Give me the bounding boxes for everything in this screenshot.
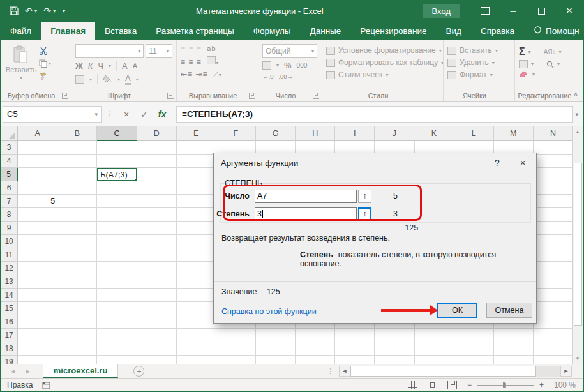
collapse-dialog-icon[interactable]: ↑ [358,190,371,203]
cell-N8[interactable] [534,208,573,222]
insert-cells-button[interactable]: Вставить▾ [447,46,498,55]
cell-A6[interactable] [18,181,57,195]
cell-N6[interactable] [534,181,573,195]
column-header-N[interactable]: N [534,126,573,141]
prev-sheet-icon[interactable]: ◄ [10,368,16,375]
arg-number-input[interactable]: A7 [255,190,357,203]
row-header-18[interactable]: 18 [1,342,18,356]
tab-home[interactable]: Главная [41,22,95,40]
column-header-I[interactable]: I [335,126,375,141]
cell-I18[interactable] [335,342,375,356]
vertical-align-icons[interactable]: ≡ ≡ ≡ ab [181,44,222,54]
sheet-tab-active[interactable]: microexcel.ru [43,364,119,378]
scroll-right-icon[interactable]: ► [560,366,572,377]
cell-B10[interactable] [57,235,97,248]
accounting-format-icon[interactable] [262,61,271,70]
cell-B7[interactable] [57,195,97,208]
function-help-link[interactable]: Справка по этой функции [221,307,317,316]
expand-formula-bar-icon[interactable]: ▾ [575,111,583,117]
cell-M17[interactable] [494,329,534,342]
cell-C7[interactable] [97,195,137,208]
cell-K17[interactable] [415,329,454,342]
tab-help[interactable]: Справка [471,22,524,40]
horizontal-align-icons[interactable]: ≡ ≡ ≡ ▾ [181,56,222,67]
cell-A12[interactable] [18,262,57,275]
paste-dropdown-icon[interactable]: ▾ [20,75,22,80]
decrease-decimal-icon[interactable]: ,00→ [278,73,293,80]
row-header-15[interactable]: 15 [1,302,18,315]
cell-A7[interactable]: 5 [18,195,57,208]
cell-A16[interactable] [18,315,57,329]
cell-B15[interactable] [57,302,97,315]
cell-D14[interactable] [137,289,177,302]
cell-D7[interactable] [137,195,177,208]
row-header-5[interactable]: 5 [1,168,18,181]
vertical-scroll-thumb[interactable] [574,163,582,326]
cell-G17[interactable] [256,329,296,342]
cell-B12[interactable] [57,262,97,275]
format-painter-button[interactable] [39,72,51,80]
row-header-12[interactable]: 12 [1,262,18,275]
cell-A8[interactable] [18,208,57,222]
cell-C4[interactable] [97,155,137,168]
row-header-14[interactable]: 14 [1,289,18,302]
cell-D12[interactable] [137,262,177,275]
shrink-font-button[interactable]: А [133,62,137,70]
minimize-icon[interactable]: ─ [499,1,527,21]
cell-D3[interactable] [137,141,177,155]
cell-D17[interactable] [137,329,177,342]
increase-decimal-icon[interactable]: ←,0 [262,73,273,80]
indent-icons[interactable]: ⇤≡ ⇥≡ ⟋▾ [181,70,222,79]
cell-L18[interactable] [454,342,494,356]
format-as-table-button[interactable]: Форматировать как таблицу▾ [326,58,444,67]
cell-C14[interactable] [97,289,137,302]
cell-A11[interactable] [18,248,57,262]
cell-M18[interactable] [494,342,534,356]
fill-handle[interactable] [135,179,138,182]
autosum-icon[interactable]: Σ [519,46,525,57]
cell-E12[interactable] [177,262,216,275]
cell-H18[interactable] [296,342,335,356]
wrap-text-icon[interactable]: ab [207,45,216,52]
cell-D19[interactable] [137,356,177,364]
tab-review[interactable]: Рецензирование [350,22,436,40]
cell-J17[interactable] [375,329,414,342]
save-icon[interactable] [10,6,19,15]
page-layout-view-icon[interactable] [428,381,437,389]
cell-N5[interactable] [534,168,573,181]
cell-C10[interactable] [97,235,137,248]
cell-A13[interactable] [18,275,57,289]
redo-dropdown-icon[interactable]: ▾ [53,8,56,14]
font-size-combo[interactable]: 11▾ [146,44,172,58]
cell-B14[interactable] [57,289,97,302]
column-header-G[interactable]: G [256,126,296,141]
column-header-J[interactable]: J [375,126,414,141]
row-header-3[interactable]: 3 [1,141,18,155]
cell-C15[interactable] [97,302,137,315]
cancel-entry-icon[interactable]: × [117,109,135,119]
undo-dropdown-icon[interactable]: ▾ [34,8,38,14]
cell-E15[interactable] [177,302,216,315]
row-header-13[interactable]: 13 [1,275,18,289]
cell-J19[interactable] [375,356,414,364]
cell-D13[interactable] [137,275,177,289]
conditional-formatting-button[interactable]: Условное форматирование▾ [326,46,444,55]
comma-style-button[interactable]: 000 [297,62,308,69]
sign-in-button[interactable]: Вход [423,4,460,18]
column-header-H[interactable]: H [296,126,335,141]
cell-H19[interactable] [296,356,335,364]
page-break-view-icon[interactable] [447,381,457,389]
cell-B13[interactable] [57,275,97,289]
zoom-slider[interactable] [477,385,534,386]
tab-formulas[interactable]: Формулы [244,22,301,40]
cut-button[interactable] [39,47,51,55]
maximize-icon[interactable] [527,1,555,21]
cell-D10[interactable] [137,235,177,248]
cell-G19[interactable] [256,356,296,364]
cell-N9[interactable] [534,222,573,235]
cell-E17[interactable] [177,329,216,342]
row-header-16[interactable]: 16 [1,315,18,329]
cell-D4[interactable] [137,155,177,168]
cell-E13[interactable] [177,275,216,289]
macro-record-icon[interactable] [42,381,51,389]
